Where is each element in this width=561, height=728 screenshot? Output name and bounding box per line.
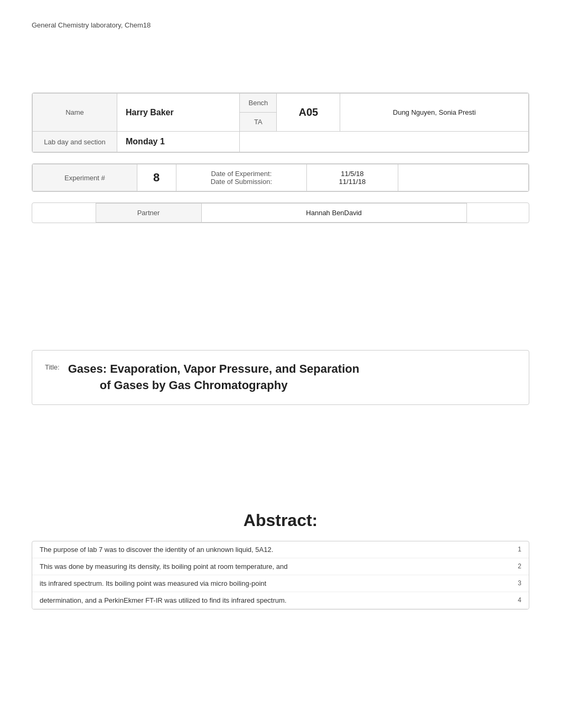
abstract-line-text: This was done by measuring its density, … — [32, 558, 510, 575]
abstract-line-text: The purpose of lab 7 was to discover the… — [32, 541, 510, 558]
abstract-line-number: 2 — [510, 558, 529, 575]
abstract-row: its infrared spectrum. Its boiling point… — [32, 575, 529, 592]
bench-label: Bench — [240, 94, 277, 113]
title-line2: of Gases by Gas Chromatography — [100, 379, 288, 392]
date-values-cell: 11/5/18 11/11/18 — [306, 164, 398, 191]
date-of-submission-label: Date of Submission: — [185, 178, 298, 186]
experiment-table: Experiment # 8 Date of Experiment: Date … — [32, 164, 529, 191]
title-line1: Gases: Evaporation, Vapor Pressure, and … — [68, 362, 359, 375]
abstract-line-text: its infrared spectrum. Its boiling point… — [32, 575, 510, 592]
name-value: Harry Baker — [117, 94, 240, 132]
bench-value: A05 — [277, 94, 340, 132]
partner-table-wrapper: Partner Hannah BenDavid — [32, 202, 529, 223]
date-of-experiment-label: Date of Experiment: — [185, 170, 298, 178]
experiment-table-wrapper: Experiment # 8 Date of Experiment: Date … — [32, 163, 529, 192]
date-labels-cell: Date of Experiment: Date of Submission: — [176, 164, 306, 191]
title-label: Title: — [45, 361, 60, 371]
title-box: Title: Gases: Evaporation, Vapor Pressur… — [32, 350, 529, 405]
abstract-row: The purpose of lab 7 was to discover the… — [32, 541, 529, 558]
experiment-label: Experiment # — [33, 164, 137, 191]
ta-label: TA — [240, 113, 277, 132]
partner-label: Partner — [96, 204, 201, 223]
abstract-row: determination, and a PerkinEkmer FT-IR w… — [32, 592, 529, 609]
partner-value: Hannah BenDavid — [201, 204, 466, 223]
date-of-experiment-value: 11/5/18 — [315, 170, 389, 178]
abstract-line-number: 3 — [510, 575, 529, 592]
info-table-wrapper: Name Harry Baker Bench A05 Dung Nguyen, … — [32, 93, 529, 153]
abstract-heading: Abstract: — [32, 511, 529, 530]
lab-day-value: Monday 1 — [117, 132, 240, 152]
experiment-number: 8 — [137, 164, 176, 191]
abstract-table: The purpose of lab 7 was to discover the… — [32, 541, 529, 609]
name-label: Name — [33, 94, 117, 132]
abstract-line-number: 1 — [510, 541, 529, 558]
partner-table: Partner Hannah BenDavid — [32, 203, 529, 223]
abstract-table-wrapper: The purpose of lab 7 was to discover the… — [32, 541, 529, 610]
info-table: Name Harry Baker Bench A05 Dung Nguyen, … — [32, 93, 529, 152]
abstract-row: This was done by measuring its density, … — [32, 558, 529, 575]
date-of-submission-value: 11/11/18 — [315, 178, 389, 186]
lab-day-label: Lab day and section — [33, 132, 117, 152]
course-header: General Chemistry laboratory, Chem18 — [32, 21, 529, 29]
abstract-line-number: 4 — [510, 592, 529, 609]
title-content: Gases: Evaporation, Vapor Pressure, and … — [68, 361, 359, 394]
ta-value: Dung Nguyen, Sonia Presti — [340, 94, 529, 132]
abstract-line-text: determination, and a PerkinEkmer FT-IR w… — [32, 592, 510, 609]
